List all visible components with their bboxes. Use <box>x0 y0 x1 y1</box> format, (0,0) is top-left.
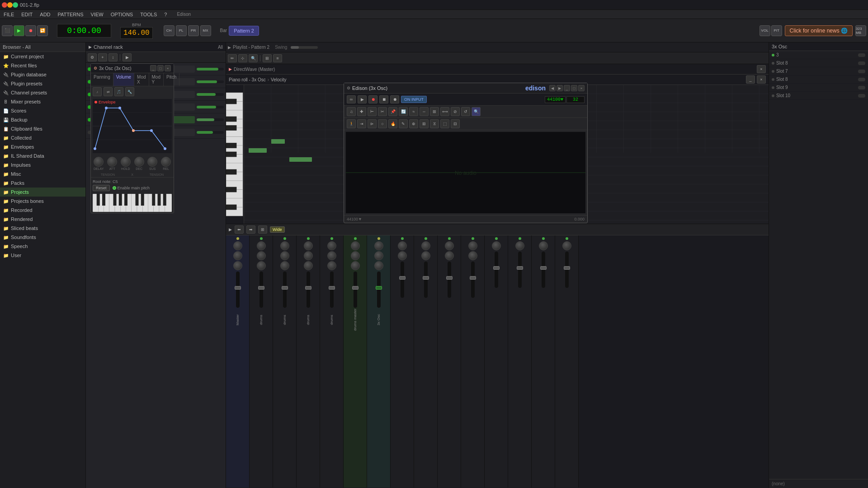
sidebar-item-sliced-beats[interactable]: 📁 Sliced beats <box>0 224 85 233</box>
mix-knob-dm-2[interactable] <box>351 251 360 260</box>
cr-tool-4[interactable]: ▶ <box>123 53 132 61</box>
sidebar-item-current-project[interactable]: 📁 Current project <box>0 52 85 61</box>
mix-knob-5-2[interactable] <box>398 251 407 260</box>
sidebar-item-collected[interactable]: 📁 Collected <box>0 133 85 142</box>
ed-t2-10[interactable]: ⬚ <box>440 119 449 128</box>
mix-fader-5[interactable] <box>401 262 404 298</box>
ed-t-silence[interactable]: ⊘ <box>451 107 460 116</box>
close-btn[interactable] <box>2 2 7 8</box>
pr-tool-pencil[interactable]: ✏ <box>228 54 237 62</box>
mix-knob-6-1[interactable] <box>421 241 430 250</box>
rp-toggle-s7[interactable] <box>858 70 865 73</box>
mix-fader-7[interactable] <box>448 262 451 298</box>
cr-tool-3[interactable]: ↕ <box>108 53 118 61</box>
mix-knob-3x-2[interactable] <box>374 251 383 260</box>
key-g5-sharp[interactable] <box>226 125 236 131</box>
ed-t2-2[interactable]: ⇥ <box>357 119 366 128</box>
ed-close-btn[interactable]: × <box>578 85 585 91</box>
ed-t-regen[interactable]: ↺ <box>461 107 470 116</box>
env-cp-4[interactable] <box>132 129 135 132</box>
ed-t2-7[interactable]: ⊕ <box>409 119 418 128</box>
sidebar-item-packs[interactable]: 📁 Packs <box>0 178 85 188</box>
mix-knob-11-1[interactable] <box>539 241 548 250</box>
mix-knob-3x-3[interactable] <box>374 261 383 270</box>
env-cp-6[interactable] <box>164 147 166 150</box>
mix-knob-6-2[interactable] <box>421 251 430 260</box>
mixer-tool-2[interactable]: ➡ <box>246 225 255 234</box>
osc-icon-3[interactable]: 🎵 <box>114 87 123 96</box>
menu-tools[interactable]: TOOLS <box>138 11 159 18</box>
ed-t-pin[interactable]: 📌 <box>388 107 397 116</box>
bpm-display[interactable]: 146.00 <box>120 27 153 39</box>
sidebar-item-misc[interactable]: 📁 Misc <box>0 169 85 178</box>
sidebar-item-envelopes[interactable]: 📁 Envelopes <box>0 142 85 151</box>
mix-knob-dm-3[interactable] <box>351 261 360 270</box>
ed-prev-btn[interactable]: ◀ <box>549 85 556 91</box>
key-b4-flat[interactable] <box>226 169 236 175</box>
sidebar-item-scores[interactable]: 📄 Scores <box>0 106 85 115</box>
mix-fader-dm[interactable] <box>354 272 357 308</box>
sidebar-item-clipboard[interactable]: 📋 Clipboard files <box>0 124 85 133</box>
rp-toggle-s8b[interactable] <box>858 78 865 81</box>
pr-tool-select[interactable]: ⊹ <box>238 54 247 62</box>
sidebar-item-plugin-db[interactable]: 🔌 Plugin database <box>0 70 85 79</box>
ed-t2-8[interactable]: ⊞ <box>420 119 429 128</box>
mix-knob-7-2[interactable] <box>445 251 454 260</box>
rp-toggle-s10[interactable] <box>858 94 865 98</box>
osc-min-btn[interactable]: _ <box>150 65 156 71</box>
mix-fader-3xosc[interactable] <box>377 272 381 308</box>
knob-rel-ctrl[interactable] <box>161 157 171 167</box>
ed-on-input-btn[interactable]: ON INPUT <box>401 96 427 103</box>
mix-fader-12[interactable] <box>565 252 569 288</box>
mix-knob-1-2[interactable] <box>257 251 266 260</box>
knob-att-ctrl[interactable] <box>107 157 117 167</box>
ed-t2-1[interactable]: 🚶 <box>347 119 356 128</box>
mix-knob-2-2[interactable] <box>280 251 289 260</box>
osc-icon-2[interactable]: ⇄ <box>104 87 113 96</box>
menu-view[interactable]: VIEW <box>89 11 105 18</box>
ed-t-move[interactable]: ✚ <box>357 107 366 116</box>
sidebar-item-projects-bones[interactable]: 📁 Projects bones <box>0 197 85 206</box>
sidebar-item-recent[interactable]: ⭐ Recent files <box>0 61 85 70</box>
sidebar-item-channel-presets[interactable]: 🔌 Channel presets <box>0 88 85 97</box>
pr-note-2[interactable] <box>271 139 285 144</box>
ed-play-btn[interactable]: ▶ <box>358 95 367 103</box>
record-btn[interactable]: ⏺ <box>25 25 36 36</box>
mixer-tool-3[interactable]: ⊞ <box>258 225 267 234</box>
osc-icon-4[interactable]: 🔧 <box>125 87 134 96</box>
playlist-btn[interactable]: PL <box>176 25 187 36</box>
sidebar-item-projects[interactable]: 📁 Projects <box>0 188 85 197</box>
mix-knob-3x-1[interactable] <box>374 241 383 250</box>
mix-fader-master[interactable] <box>236 272 240 308</box>
pr-tool-zoom[interactable]: 🔍 <box>249 54 258 62</box>
ed-stop-btn[interactable]: ⏹ <box>379 95 388 103</box>
knob-delay-ctrl[interactable] <box>94 157 104 167</box>
mix-knob-8-2[interactable] <box>468 251 477 260</box>
ch-fader-directwave[interactable] <box>197 131 224 134</box>
key-e5-flat[interactable] <box>226 143 236 148</box>
pr-tool-snap[interactable]: ⊞ <box>263 54 272 62</box>
min-btn[interactable] <box>7 2 13 8</box>
osc-close-btn[interactable]: × <box>165 65 171 71</box>
ed-min-btn[interactable]: _ <box>564 85 570 91</box>
mix-knob-3-2[interactable] <box>304 251 313 260</box>
rp-toggle-s9[interactable] <box>858 86 865 89</box>
mix-knob-master-3[interactable] <box>233 261 242 270</box>
ed-rec2-btn[interactable]: ⏺ <box>390 95 399 103</box>
menu-add[interactable]: ADD <box>38 11 52 18</box>
ed-t-loop[interactable]: 🔄 <box>399 107 408 116</box>
menu-edit[interactable]: EDIT <box>19 11 34 18</box>
knob-dec-ctrl[interactable] <box>134 157 144 167</box>
mix-knob-master-2[interactable] <box>233 251 242 260</box>
pr-close[interactable]: × <box>757 75 766 84</box>
ed-max-btn[interactable]: □ <box>571 85 577 91</box>
mix-knob-10-1[interactable] <box>515 241 524 250</box>
mixer-btn[interactable]: MX <box>200 25 211 36</box>
mix-knob-4-2[interactable] <box>327 251 336 260</box>
sidebar-item-rendered[interactable]: 📁 Rendered <box>0 215 85 224</box>
cpu-btn[interactable]: 323 MB <box>855 25 866 36</box>
env-cp-1[interactable] <box>94 147 96 150</box>
mix-knob-1-3[interactable] <box>257 261 266 270</box>
key-a5-flat[interactable] <box>226 117 236 122</box>
mix-fader-1[interactable] <box>259 272 263 308</box>
